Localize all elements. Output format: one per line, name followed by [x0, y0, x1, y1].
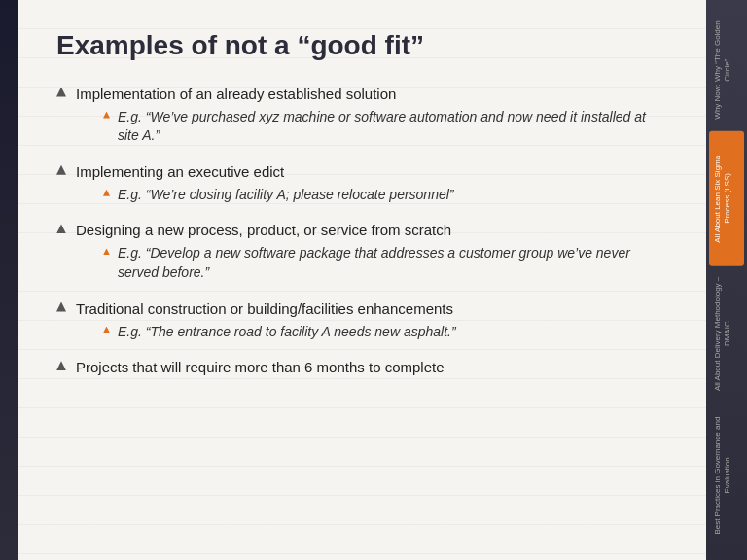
slide-main-content: Examples of not a “good fit” Implementat…: [18, 0, 706, 560]
right-sidebar: Why Now: Why “The Golden Circle” All Abo…: [706, 0, 747, 560]
sidebar-tab-2[interactable]: All About Lean Six Sigma Process (LSS): [709, 131, 744, 266]
slide-title: Examples of not a “good fit”: [56, 29, 667, 62]
sub-list-3: E.g. “Develop a new software package tha…: [103, 244, 667, 282]
bullet-marker-3: [56, 224, 66, 233]
bullet-label-4: Traditional construction or building/fac…: [76, 300, 453, 317]
sub-label-4-1: E.g. “The entrance road to facility A ne…: [118, 323, 456, 342]
sub-marker-3-1: [103, 248, 110, 255]
bullet-marker-2: [56, 165, 66, 175]
sub-marker-4-1: [103, 327, 110, 333]
bullet-list: Implementation of an already established…: [56, 84, 667, 541]
sub-marker-1-1: [103, 112, 110, 119]
bullet-label-1: Implementation of an already established…: [76, 86, 396, 102]
slide-container: Examples of not a “good fit” Implementat…: [0, 0, 747, 560]
left-decorative-strip: [0, 0, 18, 560]
bullet-marker-4: [56, 302, 66, 312]
sidebar-tab-4[interactable]: Best Practices in Governance and Evaluat…: [709, 402, 744, 550]
sub-item-1-1: E.g. “We’ve purchased xyz machine or sof…: [103, 108, 667, 146]
bullet-label-3: Designing a new process, product, or ser…: [76, 222, 451, 238]
sub-label-3-1: E.g. “Develop a new software package tha…: [118, 244, 667, 282]
sidebar-tab-1[interactable]: Why Now: Why “The Golden Circle”: [709, 10, 744, 131]
bullet-label-5: Projects that will require more than 6 m…: [76, 359, 445, 375]
sub-label-1-1: E.g. “We’ve purchased xyz machine or sof…: [118, 108, 667, 146]
bullet-text-4: Traditional construction or building/fac…: [76, 298, 667, 348]
bullet-marker-5: [56, 361, 66, 370]
sub-label-2-1: E.g. “We’re closing facility A; please r…: [118, 186, 454, 205]
bullet-text-2: Implementing an executive edict E.g. “We…: [76, 161, 667, 211]
bullet-item-2: Implementing an executive edict E.g. “We…: [56, 161, 667, 211]
sub-list-2: E.g. “We’re closing facility A; please r…: [103, 186, 667, 205]
sidebar-tab-3[interactable]: All About Delivery Methodology – DMAIC: [709, 265, 744, 402]
sub-list-4: E.g. “The entrance road to facility A ne…: [103, 323, 667, 342]
sub-list-1: E.g. “We’ve purchased xyz machine or sof…: [103, 108, 667, 146]
sub-item-4-1: E.g. “The entrance road to facility A ne…: [103, 323, 667, 342]
bullet-item-1: Implementation of an already established…: [56, 84, 667, 152]
bullet-label-2: Implementing an executive edict: [76, 163, 284, 180]
sub-item-3-1: E.g. “Develop a new software package tha…: [103, 244, 667, 282]
sub-item-2-1: E.g. “We’re closing facility A; please r…: [103, 186, 667, 205]
bullet-text-5: Projects that will require more than 6 m…: [76, 357, 667, 377]
bullet-item-3: Designing a new process, product, or ser…: [56, 220, 667, 288]
bullet-text-3: Designing a new process, product, or ser…: [76, 220, 667, 288]
bullet-item-4: Traditional construction or building/fac…: [56, 298, 667, 348]
bullet-text-1: Implementation of an already established…: [76, 84, 667, 152]
bullet-item-5: Projects that will require more than 6 m…: [56, 357, 667, 377]
sub-marker-2-1: [103, 190, 110, 196]
bullet-marker-1: [56, 88, 66, 97]
